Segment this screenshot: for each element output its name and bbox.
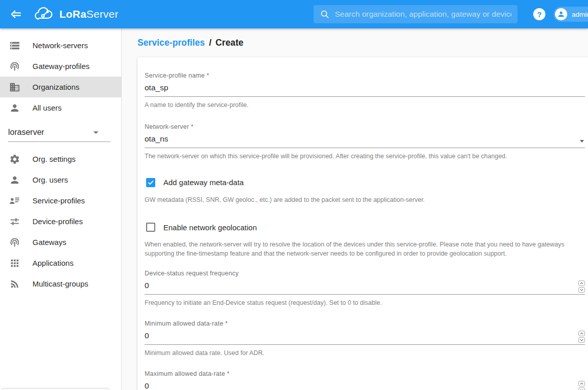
tune-icon [9, 216, 21, 228]
sidebar-item-gateways[interactable]: Gateways [0, 232, 121, 253]
chevron-down-icon [580, 140, 584, 143]
sidebar-item-label: Gateways [32, 238, 66, 246]
gear-icon [9, 153, 21, 165]
stepper-down-icon[interactable] [578, 387, 585, 390]
rss-icon [9, 278, 21, 290]
gateway-metadata-checkbox[interactable]: Add gateway meta-data [146, 178, 585, 187]
checkbox-label: Enable network geolocation [163, 223, 257, 232]
sidebar-item-label: Device-profiles [32, 217, 83, 226]
network-server-select[interactable] [145, 134, 585, 148]
field-helper-text: Frequency to initiate an End-Device stat… [145, 299, 585, 307]
sidebar-item-label: Applications [32, 259, 74, 267]
stepper-up-icon[interactable] [578, 280, 585, 286]
service-profile-name-input[interactable] [145, 83, 585, 93]
field-helper-text: When enabled, the network-server will tr… [145, 240, 585, 258]
stepper-up-icon[interactable] [578, 381, 585, 386]
wifi-tethering-icon [9, 236, 21, 249]
gateway-metadata-group: Add gateway meta-data GW metadata (RSSI,… [145, 178, 585, 205]
sidebar-item-all-users[interactable]: All users [0, 97, 121, 118]
stepper-down-icon[interactable] [578, 337, 585, 343]
sidebar-item-service-profiles[interactable]: Service-profiles [0, 190, 121, 211]
sidebar-item-device-profiles[interactable]: Device-profiles [0, 211, 121, 232]
network-server-select-value[interactable] [145, 134, 585, 144]
network-server-group: Network-server * The network-server on w… [145, 123, 585, 161]
geolocation-group: Enable network geolocation When enabled,… [145, 223, 585, 258]
service-profile-name-group: Service-profile name * A name to identif… [145, 72, 585, 110]
main-content: Service-profiles / Create Service-profil… [122, 28, 588, 390]
cloud-logo-icon [32, 6, 55, 22]
number-stepper [578, 331, 585, 343]
user-menu[interactable]: admin [554, 7, 588, 22]
sidebar-item-label: Org. users [32, 175, 68, 184]
sidebar-item-label: Organizations [32, 83, 80, 91]
organization-select[interactable]: loraserver [8, 125, 111, 142]
sidebar-item-network-servers[interactable]: Network-servers [0, 35, 121, 56]
loraserver-logo: LoRaServer [32, 6, 118, 22]
breadcrumb-separator: / [207, 38, 213, 48]
breadcrumb: Service-profiles / Create [137, 38, 588, 48]
field-label: Minimum allowed data-rate * [145, 320, 585, 327]
device-status-frequency-input[interactable] [145, 280, 585, 291]
number-stepper [578, 381, 585, 390]
chevron-down-icon [93, 131, 98, 134]
sidebar-item-label: Multicast-groups [32, 279, 88, 288]
field-helper-text: A name to identify the service-profile. [145, 101, 585, 110]
brand-bold: LoRa [59, 8, 86, 20]
breadcrumb-service-profiles-link[interactable]: Service-profiles [137, 38, 205, 48]
help-icon[interactable]: ? [533, 8, 545, 20]
field-label: Service-profile name * [145, 72, 585, 79]
person-icon [9, 102, 21, 114]
search-icon [320, 9, 330, 19]
create-service-profile-card: Service-profile name * A name to identif… [137, 57, 588, 390]
field-label: Maximum allowed data-rate * [145, 370, 585, 377]
field-helper-text: The network-server on which this service… [145, 152, 585, 161]
stepper-up-icon[interactable] [578, 331, 585, 336]
checkbox-checked-icon[interactable] [146, 178, 155, 187]
person-icon [9, 174, 21, 186]
username-label: admin [572, 11, 588, 18]
field-label: Network-server * [145, 123, 585, 130]
sidebar-item-org-settings[interactable]: Org. settings [0, 149, 121, 169]
device-status-frequency-group: Device-status request frequency Frequenc… [145, 270, 585, 307]
app-bar: LoRaServer ? admin [0, 0, 588, 28]
sidebar-item-org-users[interactable]: Org. users [0, 169, 121, 190]
apps-grid-icon [9, 257, 21, 269]
sidebar-item-label: Service-profiles [32, 196, 85, 205]
checkbox-unchecked-icon[interactable] [146, 223, 155, 232]
min-datarate-group: Minimum allowed data-rate * Minimum allo… [145, 320, 585, 358]
person-list-icon [9, 195, 21, 207]
field-helper-text: GW metadata (RSSI, SNR, GW geoloc., etc.… [145, 196, 585, 205]
sidebar-item-gateway-profiles[interactable]: Gateway-profiles [0, 56, 121, 77]
collapse-menu-icon[interactable] [8, 7, 23, 22]
field-label: Device-status request frequency [145, 270, 585, 277]
geolocation-checkbox[interactable]: Enable network geolocation [146, 223, 585, 232]
business-icon [9, 81, 21, 93]
breadcrumb-current-page: Create [216, 38, 244, 48]
wifi-tethering-icon [9, 60, 21, 73]
sidebar: Network-servers Gateway-profiles Organiz… [0, 28, 122, 390]
min-datarate-input[interactable] [145, 331, 585, 341]
max-datarate-group: Maximum allowed data-rate * Maximum allo… [145, 370, 585, 390]
sidebar-item-applications[interactable]: Applications [0, 253, 121, 273]
global-search[interactable] [314, 5, 517, 23]
max-datarate-input[interactable] [145, 381, 585, 390]
sidebar-item-organizations[interactable]: Organizations [0, 77, 121, 97]
sidebar-item-label: Network-servers [32, 41, 88, 50]
stepper-down-icon[interactable] [578, 287, 585, 293]
sidebar-footer-panel [1, 388, 110, 390]
brand-regular: Server [86, 8, 118, 20]
number-stepper [578, 280, 585, 293]
account-circle-icon [555, 8, 567, 20]
sidebar-item-label: Gateway-profiles [32, 62, 90, 70]
storage-icon [9, 40, 21, 52]
brand-title: LoRaServer [59, 8, 118, 20]
sidebar-item-label: All users [32, 103, 62, 112]
sidebar-item-label: Org. settings [32, 155, 76, 163]
search-input[interactable] [335, 10, 511, 19]
checkbox-label: Add gateway meta-data [163, 178, 244, 187]
field-helper-text: Minimum allowed data rate. Used for ADR. [145, 349, 585, 358]
sidebar-item-multicast-groups[interactable]: Multicast-groups [0, 273, 121, 294]
